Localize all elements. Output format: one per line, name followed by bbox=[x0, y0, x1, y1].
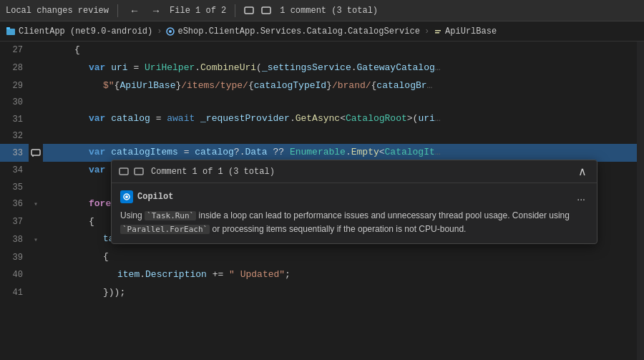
code-content-32 bbox=[43, 128, 644, 144]
comment-close-button[interactable]: ∧ bbox=[575, 165, 590, 178]
line-number-37: 37 bbox=[0, 213, 29, 231]
comment-popup: Comment 1 of 1 (3 total) ∧ Copilot bbox=[111, 160, 597, 244]
code-line-28: 28 var uri = UriHelper.CombineUri(_setti… bbox=[0, 59, 644, 77]
line-number-40: 40 bbox=[0, 266, 29, 284]
comment-header-label: Comment 1 of 1 (3 total) bbox=[151, 167, 275, 177]
line-comment-icon bbox=[31, 149, 41, 157]
line-number-35: 35 bbox=[0, 180, 29, 195]
nav-forward-button[interactable]: → bbox=[148, 4, 164, 17]
code-tick-2: `Parallel.ForEach` bbox=[120, 225, 210, 234]
code-content-40: item.Description += " Updated"; bbox=[43, 266, 644, 284]
method-icon bbox=[434, 27, 442, 36]
breadcrumb-class[interactable]: eShop.ClientApp.Services.Catalog.Catalog… bbox=[177, 26, 419, 37]
class-icon bbox=[166, 27, 175, 36]
editor-container: 27 { 28 var uri = UriHelper.CombineUri(_… bbox=[0, 42, 644, 360]
code-content-28: var uri = UriHelper.CombineUri(_settings… bbox=[43, 59, 644, 77]
svg-point-5 bbox=[169, 30, 172, 33]
code-line-30: 30 bbox=[0, 94, 644, 110]
comment-author-row: Copilot ... bbox=[120, 190, 588, 203]
comment-gutter-33[interactable] bbox=[29, 144, 43, 162]
comment-gutter-28 bbox=[29, 59, 43, 77]
code-tick-1: `Task.Run` bbox=[145, 211, 196, 220]
comment-popup-header-left: Comment 1 of 1 (3 total) bbox=[119, 167, 275, 177]
local-changes-section: Local changes review bbox=[6, 6, 109, 16]
comment-gutter-37 bbox=[29, 213, 43, 231]
comment-more-button[interactable]: ... bbox=[574, 191, 588, 203]
code-line-32: 32 bbox=[0, 128, 644, 144]
breadcrumb-sep-1: › bbox=[157, 26, 162, 37]
svg-rect-2 bbox=[6, 29, 15, 35]
comment-gutter-27 bbox=[29, 42, 43, 59]
code-content-39: { bbox=[43, 248, 644, 266]
svg-rect-7 bbox=[435, 32, 439, 34]
code-content-27: { bbox=[43, 42, 644, 59]
divider-1 bbox=[117, 4, 118, 17]
fold-indicator-38[interactable]: ▾ bbox=[34, 235, 38, 244]
comment-text-body: Using `Task.Run` inside a loop can lead … bbox=[120, 209, 588, 236]
svg-rect-1 bbox=[262, 7, 270, 14]
breadcrumb-method-label: ApiUrlBase bbox=[445, 26, 497, 37]
svg-rect-10 bbox=[119, 168, 128, 175]
comment-label: 1 comment (3 total) bbox=[280, 6, 378, 16]
code-line-40: 40 item.Description += " Updated"; bbox=[0, 266, 644, 284]
copilot-logo bbox=[122, 193, 131, 201]
scroll-indicator[interactable] bbox=[637, 42, 644, 360]
line-number-28: 28 bbox=[0, 59, 29, 77]
comment-gutter-29 bbox=[29, 77, 43, 95]
comment-gutter-35 bbox=[29, 180, 43, 195]
code-content-30 bbox=[43, 94, 644, 110]
line-number-41: 41 bbox=[0, 284, 29, 302]
code-content-41: })); bbox=[43, 284, 644, 302]
code-content-31: var catalog = await _requestProvider.Get… bbox=[43, 110, 644, 128]
breadcrumb-sep-2: › bbox=[424, 26, 429, 37]
popup-comment-icon-1 bbox=[119, 167, 129, 176]
top-bar: Local changes review ← → File 1 of 2 1 c… bbox=[0, 0, 644, 21]
main-container: Local changes review ← → File 1 of 2 1 c… bbox=[0, 0, 644, 360]
divider-2 bbox=[235, 4, 235, 17]
comment-gutter-31 bbox=[29, 110, 43, 128]
line-number-29: 29 bbox=[0, 77, 29, 95]
comment-gutter-34 bbox=[29, 162, 43, 180]
breadcrumb-bar: ClientApp (net9.0-android) › eShop.Clien… bbox=[0, 21, 644, 42]
project-icon bbox=[6, 26, 16, 37]
svg-rect-8 bbox=[31, 150, 40, 155]
code-line-39: 39 { bbox=[0, 248, 644, 266]
breadcrumb-class-label: eShop.ClientApp.Services.Catalog.Catalog… bbox=[177, 26, 419, 37]
comment-author-name: Copilot bbox=[137, 192, 173, 202]
comment-gutter-41 bbox=[29, 284, 43, 302]
comment-gutter-36: ▾ bbox=[29, 195, 43, 213]
line-number-38: 38 bbox=[0, 230, 29, 248]
line-number-31: 31 bbox=[0, 110, 29, 128]
comment-icon-1 bbox=[244, 6, 254, 15]
line-number-36: 36 bbox=[0, 195, 29, 213]
svg-rect-3 bbox=[6, 27, 10, 29]
comment-gutter-30 bbox=[29, 94, 43, 110]
nav-back-button[interactable]: ← bbox=[127, 4, 142, 17]
comment-body: Copilot ... Using `Task.Run` inside a lo… bbox=[112, 183, 597, 243]
line-number-39: 39 bbox=[0, 248, 29, 266]
comment-gutter-39 bbox=[29, 248, 43, 266]
comment-icon-2 bbox=[261, 6, 271, 15]
line-number-32: 32 bbox=[0, 128, 29, 144]
line-number-34: 34 bbox=[0, 162, 29, 180]
breadcrumb-project[interactable]: ClientApp (net9.0-android) bbox=[19, 26, 152, 37]
code-line-27: 27 { bbox=[0, 42, 644, 59]
svg-point-13 bbox=[125, 195, 128, 198]
comment-gutter-38: ▾ bbox=[29, 230, 43, 248]
code-line-29: 29 $"{ApiUrlBase}/items/type/{catalogTyp… bbox=[0, 77, 644, 95]
comment-author: Copilot bbox=[120, 190, 173, 203]
code-content-29: $"{ApiUrlBase}/items/type/{catalogTypeId… bbox=[43, 77, 644, 95]
copilot-icon bbox=[120, 190, 133, 203]
file-label: File 1 of 2 bbox=[170, 6, 226, 16]
line-number-27: 27 bbox=[0, 42, 29, 59]
svg-rect-11 bbox=[135, 168, 143, 175]
breadcrumb-project-label: ClientApp (net9.0-android) bbox=[19, 26, 152, 37]
fold-indicator-36[interactable]: ▾ bbox=[34, 200, 38, 208]
code-line-41: 41 })); bbox=[0, 284, 644, 302]
breadcrumb-method[interactable]: ApiUrlBase bbox=[445, 26, 497, 37]
line-number-30: 30 bbox=[0, 94, 29, 110]
comment-gutter-40 bbox=[29, 266, 43, 284]
local-changes-label: Local changes review bbox=[6, 6, 109, 16]
code-line-31: 31 var catalog = await _requestProvider.… bbox=[0, 110, 644, 128]
svg-rect-6 bbox=[435, 30, 441, 31]
